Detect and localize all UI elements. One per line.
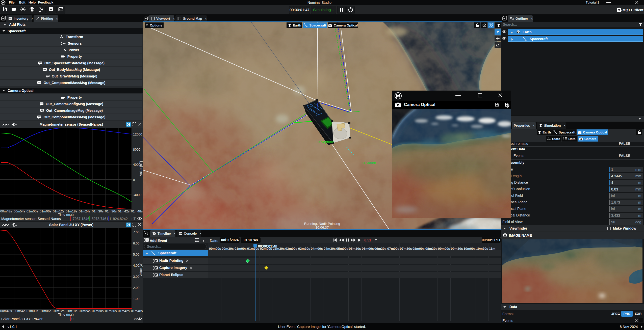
svg-text:Neptune: Neptune: [321, 140, 334, 144]
svg-text:00m54s: 00m54s: [14, 309, 25, 313]
svg-text:01m24s: 01m24s: [79, 209, 91, 213]
svg-text:01m12s: 01m12s: [53, 309, 65, 313]
svg-text:00m54s: 00m54s: [14, 209, 25, 213]
svg-text:01m30s: 01m30s: [92, 309, 104, 313]
svg-text:01m30s: 01m30s: [92, 209, 104, 213]
svg-text:10:06:37: 10:06:37: [316, 226, 329, 229]
svg-text:12000: 12000: [133, 132, 142, 136]
svg-text:Saturn: Saturn: [366, 161, 376, 165]
svg-text:01m18s: 01m18s: [66, 309, 78, 313]
svg-text:Time (m:s): Time (m:s): [58, 313, 74, 316]
svg-text:5.00: 5.00: [133, 253, 139, 256]
svg-text:8000: 8000: [133, 148, 140, 151]
svg-text:-4000: -4000: [133, 193, 141, 197]
svg-text:6.51: 6.51: [364, 238, 371, 242]
svg-text:6.00: 6.00: [133, 241, 139, 245]
svg-text:0: 0: [133, 178, 135, 182]
svg-text:01m00s: 01m00s: [27, 209, 38, 213]
svg-text:1.00: 1.00: [133, 297, 139, 301]
svg-text:01m42s: 01m42s: [118, 309, 130, 313]
svg-text:3.00: 3.00: [133, 275, 139, 279]
svg-text:01m36s: 01m36s: [105, 209, 117, 213]
svg-text:00m48s: 00m48s: [0, 209, 12, 213]
svg-text:7.00: 7.00: [133, 230, 139, 234]
svg-text:01m00s: 01m00s: [27, 309, 38, 313]
svg-text:01m06s: 01m06s: [40, 309, 51, 313]
svg-text:01m24s: 01m24s: [79, 309, 91, 313]
svg-text:4.00: 4.00: [133, 264, 139, 267]
svg-text:01m42s: 01m42s: [118, 209, 130, 213]
svg-text:Time (m:s): Time (m:s): [58, 213, 74, 216]
svg-text:Value [W]: Value [W]: [139, 262, 143, 276]
svg-text:01m06s: 01m06s: [40, 209, 51, 213]
svg-text:Value [nT]: Value [nT]: [139, 161, 143, 176]
svg-text:01m36s: 01m36s: [105, 309, 117, 313]
svg-text:01m48s: 01m48s: [131, 209, 143, 213]
svg-text:00m48s: 00m48s: [0, 309, 12, 313]
svg-text:2.00: 2.00: [133, 286, 139, 290]
svg-text:Running, Nadir Pointing: Running, Nadir Pointing: [304, 222, 340, 226]
svg-text:01m48s: 01m48s: [131, 309, 143, 313]
